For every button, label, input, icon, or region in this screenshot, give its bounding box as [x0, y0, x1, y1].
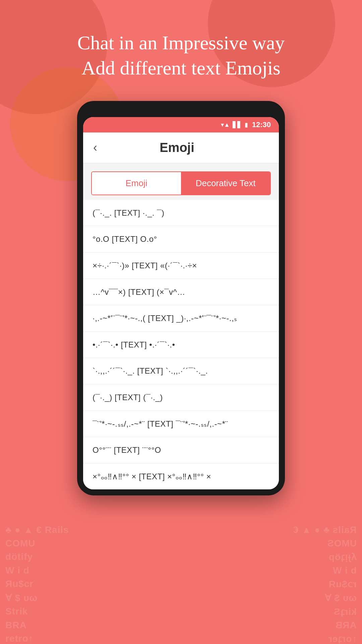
watermark-item: retro↑: [5, 633, 34, 644]
watermark-item: ♣ ● ▲ € Rails: [5, 525, 69, 535]
watermark-item: COMU: [5, 538, 36, 549]
watermark-item: BRA: [5, 620, 27, 631]
watermark-item-mirrored: Rails ♣ ● ▲ €: [293, 525, 357, 535]
watermark-row: Strik kirʇS: [0, 605, 362, 619]
watermark-item: Яu$cr: [5, 579, 34, 590]
list-item[interactable]: ×°ₒₒ‼∧‼°° × [TEXT] ×°ₒₒ‼∧‼°° ×: [83, 464, 279, 490]
watermark-row: COMU UMOS: [0, 537, 362, 550]
header-section: Chat in an Impressive way Add different …: [0, 0, 362, 101]
header-line1: Chat in an Impressive way: [77, 32, 285, 54]
watermark-item: Strik: [5, 606, 28, 617]
list-item[interactable]: O°°¨¨ [TEXT] ¨¨°°O: [83, 437, 279, 464]
header-line2: Add different text Emojis: [81, 57, 280, 79]
watermark-row: ∀ $ υω ωυ $ ∀: [0, 591, 362, 605]
list-item[interactable]: °o.O [TEXT] O.o°: [83, 226, 279, 253]
tab-emoji[interactable]: Emoji: [92, 172, 181, 195]
watermark-row: dötify ʎɟᴉʇöp: [0, 550, 362, 564]
watermark-row: retro↑ ↑orʇer: [0, 632, 362, 644]
list-item[interactable]: •.·´¯`·.• [TEXT] •.·´¯`·.•: [83, 332, 279, 358]
watermark-item-mirrored: UMOS: [327, 538, 357, 549]
app-title: Emoji: [104, 141, 250, 155]
list-item[interactable]: `·.,,.·´´¯`·._. [TEXT] `·.,,.·´´¯`·._.: [83, 358, 279, 384]
watermark-item-mirrored: b i W: [333, 565, 357, 576]
watermark-row: W i d b i W: [0, 564, 362, 577]
watermark-item-mirrored: rɔ$uЯ: [328, 579, 357, 590]
watermark-item-mirrored: ARB: [335, 620, 357, 631]
list-item[interactable]: …^v¯¯×) [TEXT] (×¯v^…: [83, 279, 279, 306]
watermark-row: BRA ARB: [0, 619, 362, 632]
phone-screen: ▾▲ ▋▋ ▮ 12:30 ‹ Emoji Emoji Decorative T…: [83, 117, 279, 490]
header-title: Chat in an Impressive way Add different …: [0, 30, 362, 81]
watermark-item-mirrored: ʎɟᴉʇöp: [328, 551, 357, 562]
battery-icon: ▮: [245, 121, 248, 128]
watermark-row: ♣ ● ▲ € Rails Rails ♣ ● ▲ €: [0, 523, 362, 537]
emoji-list: (¯·._. [TEXT] ·._. ¯) °o.O [TEXT] O.o° ×…: [83, 200, 279, 490]
watermark-band: ♣ ● ▲ € Rails Rails ♣ ● ▲ € COMU UMOS dö…: [0, 523, 362, 644]
watermark-item: ∀ $ υω: [5, 592, 38, 603]
tab-bar: Emoji Decorative Text: [91, 171, 271, 195]
phone-mockup: ▾▲ ▋▋ ▮ 12:30 ‹ Emoji Emoji Decorative T…: [0, 101, 362, 496]
watermark-item-mirrored: ↑orʇer: [328, 633, 357, 644]
watermark-row: Яu$cr rɔ$uЯ: [0, 577, 362, 591]
watermark-item: W i d: [5, 565, 29, 576]
phone-outer: ▾▲ ▋▋ ▮ 12:30 ‹ Emoji Emoji Decorative T…: [77, 101, 285, 496]
app-header: ‹ Emoji: [83, 132, 279, 163]
signal-icon: ▋▋: [233, 121, 242, 128]
list-item[interactable]: ¯¨'*·~-.ₛₛ/,.-~*¨ [TEXT] ¯¨'*·~-.ₛₛ/,.-~…: [83, 411, 279, 437]
list-item[interactable]: (¯·._. [TEXT] ·._. ¯): [83, 200, 279, 226]
tab-decorative[interactable]: Decorative Text: [181, 172, 270, 195]
status-icons: ▾▲ ▋▋ ▮: [221, 121, 248, 128]
list-item[interactable]: ·,.-~*'¨¯¨'*·~-.,( [TEXT] _)·,.-~*'¨¯¨'*…: [83, 305, 279, 332]
status-bar: ▾▲ ▋▋ ▮ 12:30: [83, 117, 279, 132]
watermark-item-mirrored: kirʇS: [334, 606, 357, 617]
back-button[interactable]: ‹: [93, 141, 97, 155]
watermark-item-mirrored: ωυ $ ∀: [324, 592, 357, 603]
list-item[interactable]: ×÷·.·´¯`·)» [TEXT] «(·´¯`·.·÷×: [83, 253, 279, 279]
wifi-icon: ▾▲: [221, 121, 230, 128]
watermark-item: dötify: [5, 551, 33, 562]
phone-notch: [151, 107, 211, 115]
status-time: 12:30: [252, 120, 271, 129]
list-item[interactable]: (¯·._) [TEXT] (¯·._): [83, 384, 279, 411]
